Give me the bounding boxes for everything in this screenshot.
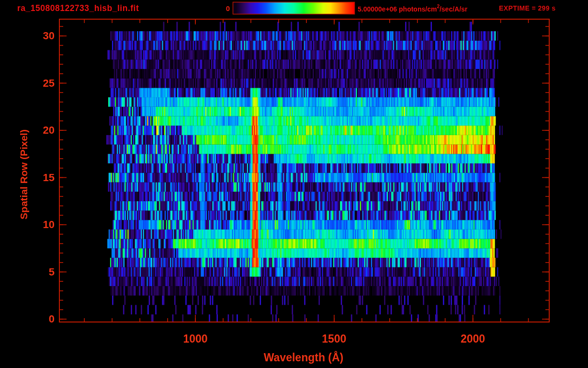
y-tick-label: 0 xyxy=(30,313,55,325)
y-tick-label: 20 xyxy=(30,124,55,137)
y-tick-label: 10 xyxy=(30,218,55,231)
colorbar-max-label: 5.00000e+06 photons/cm2/sec/A/sr xyxy=(358,4,467,13)
colorbar-max-value: 5.00000e+06 photons/cm xyxy=(358,5,437,13)
spectrogram-viewer: ra_150808122733_hisb_lin.fit 0 5.00000e+… xyxy=(0,0,588,368)
y-axis-title: Spatial Row (Pixel) xyxy=(18,103,30,246)
spectrogram-canvas xyxy=(0,0,588,368)
colorbar-max-exponent: 2 xyxy=(437,4,440,9)
x-tick-label: 1000 xyxy=(174,333,217,345)
x-tick-label: 1500 xyxy=(313,333,356,345)
x-axis-title: Wavelength (Å) xyxy=(222,351,385,364)
y-tick-label: 25 xyxy=(30,77,55,90)
file-title: ra_150808122733_hisb_lin.fit xyxy=(17,3,139,13)
colorbar-min-label: 0 xyxy=(216,4,230,12)
y-tick-label: 30 xyxy=(30,30,55,42)
exptime-label: EXPTIME = 299 s xyxy=(499,4,555,12)
x-tick-label: 2000 xyxy=(452,333,495,345)
colorbar-max-units: /sec/A/sr xyxy=(440,5,467,13)
y-tick-label: 5 xyxy=(30,266,55,278)
y-tick-label: 15 xyxy=(30,172,55,184)
